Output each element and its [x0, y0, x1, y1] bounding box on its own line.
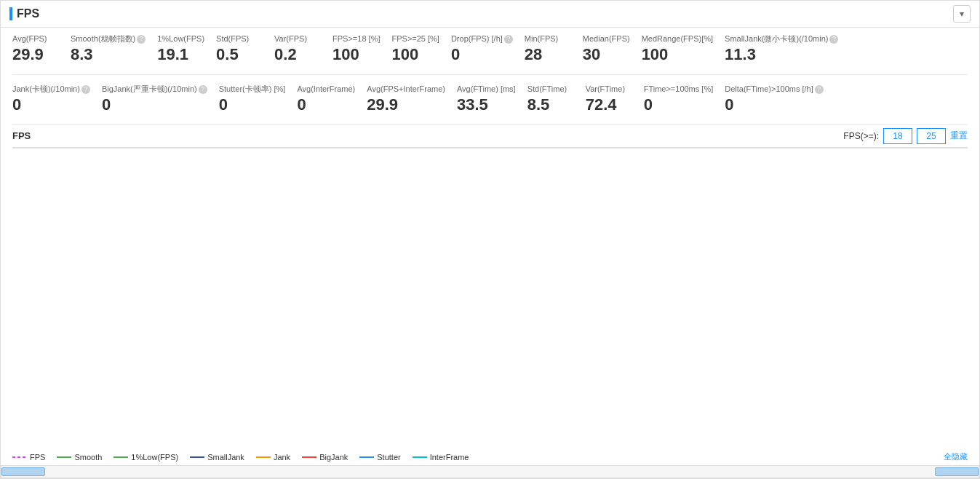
divider-1: [12, 74, 968, 75]
legend-item[interactable]: Stutter: [359, 453, 400, 462]
main-container: FPS ▾ Avg(FPS)29.9Smooth(稳帧指数)?8.31%Low(…: [0, 0, 980, 479]
stat-item: SmallJank(微小卡顿)(/10min)?11.3: [725, 33, 850, 66]
legend-line: [113, 456, 128, 458]
stat-label: Std(FTime): [527, 84, 567, 95]
stat-label: Avg(InterFrame): [297, 84, 355, 95]
stat-item: MedRange(FPS)[%]100: [642, 33, 725, 66]
stat-label: FTime>=100ms [%]: [644, 84, 714, 95]
stat-label: 1%Low(FPS): [157, 33, 204, 44]
stats-row-2: Jank(卡顿)(/10min)?0BigJank(严重卡顿)(/10min)?…: [12, 84, 968, 116]
legend-item[interactable]: 1%Low(FPS): [113, 453, 178, 462]
stat-item: Std(FPS)0.5: [216, 33, 274, 66]
legend-line: [12, 456, 27, 458]
stat-value: 0: [102, 95, 111, 116]
stats-row-1: Avg(FPS)29.9Smooth(稳帧指数)?8.31%Low(FPS)19…: [12, 33, 968, 66]
legend-item[interactable]: BigJank: [302, 453, 348, 462]
legend-item[interactable]: Smooth: [57, 453, 102, 462]
legend-label: SmallJank: [207, 453, 244, 462]
legend: FPSSmooth1%Low(FPS)SmallJankJankBigJankS…: [12, 447, 968, 465]
stat-value: 19.1: [157, 44, 188, 66]
fps-threshold-1[interactable]: [883, 128, 912, 144]
dropdown-button[interactable]: ▾: [953, 5, 971, 23]
legend-line: [256, 456, 271, 458]
stat-label: Stutter(卡顿率) [%]: [219, 84, 286, 95]
stat-item: FPS>=25 [%]100: [391, 33, 450, 66]
stat-value: 0: [451, 44, 460, 66]
help-icon[interactable]: ?: [81, 85, 90, 94]
stat-label: Median(FPS): [583, 33, 630, 44]
stat-label: Var(FPS): [274, 33, 307, 44]
legend-item[interactable]: SmallJank: [190, 453, 244, 462]
legend-label: Jank: [274, 453, 290, 462]
help-icon[interactable]: ?: [504, 35, 513, 44]
legend-item[interactable]: FPS: [12, 453, 45, 462]
scrollbar-thumb-right[interactable]: [935, 467, 979, 476]
legend-line: [413, 456, 427, 458]
stat-label: Avg(FTime) [ms]: [457, 84, 516, 95]
stat-value: 0: [725, 95, 733, 116]
scrollbar[interactable]: [1, 465, 979, 478]
stat-label: Avg(FPS): [12, 33, 47, 44]
stat-label: FPS>=25 [%]: [391, 33, 439, 44]
legend-line: [359, 456, 374, 458]
stat-value: 8.3: [71, 44, 93, 66]
stat-item: FTime>=100ms [%]0: [644, 84, 725, 116]
fps-threshold-2[interactable]: [917, 128, 946, 144]
stat-value: 33.5: [457, 95, 488, 116]
stat-value: 0: [219, 95, 228, 116]
stat-value: 100: [332, 44, 359, 66]
fps-chart-title: FPS: [12, 130, 31, 141]
help-icon[interactable]: ?: [137, 35, 146, 44]
hide-all-button[interactable]: 全隐藏: [944, 451, 968, 462]
stat-item: Var(FPS)0.2: [274, 33, 332, 66]
stat-item: BigJank(严重卡顿)(/10min)?0: [102, 84, 219, 116]
stat-item: Delta(FTime)>100ms [/h]?0: [725, 84, 835, 116]
stat-value: 0: [12, 95, 21, 116]
stat-item: Avg(FPS)29.9: [12, 33, 71, 66]
stat-item: Drop(FPS) [/h]?0: [451, 33, 525, 66]
stats-section-2: Jank(卡顿)(/10min)?0BigJank(严重卡顿)(/10min)?…: [1, 78, 979, 122]
reset-button[interactable]: 重置: [950, 130, 968, 142]
legend-label: 1%Low(FPS): [131, 453, 178, 462]
stat-label: Avg(FPS+InterFrame): [367, 84, 445, 95]
legend-item[interactable]: Jank: [256, 453, 290, 462]
stat-item: Median(FPS)30: [583, 33, 642, 66]
stat-item: Var(FTime)72.4: [586, 84, 644, 116]
stat-item: Std(FTime)8.5: [527, 84, 586, 116]
stat-value: 8.5: [527, 95, 550, 116]
legend-label: InterFrame: [430, 453, 469, 462]
legend-line: [302, 456, 316, 458]
stat-label: SmallJank(微小卡顿)(/10min)?: [725, 33, 838, 44]
stat-value: 100: [642, 44, 669, 66]
stat-value: 28: [525, 44, 542, 66]
legend-item[interactable]: InterFrame: [413, 453, 469, 462]
stat-label: BigJank(严重卡顿)(/10min)?: [102, 84, 207, 95]
stat-value: 0: [644, 95, 653, 116]
chart-wrapper: PerfDog PerfDog PerfDog label1 Jank 0 3 …: [12, 147, 968, 447]
legend-label: Smooth: [74, 453, 102, 462]
stat-item: Avg(InterFrame)0: [297, 84, 367, 116]
chart-area: PerfDog PerfDog PerfDog label1 Jank 0 3 …: [12, 147, 968, 149]
stat-value: 72.4: [586, 95, 617, 116]
scrollbar-thumb-left[interactable]: [1, 467, 45, 476]
stat-item: Smooth(稳帧指数)?8.3: [71, 33, 157, 66]
stat-item: Min(FPS)28: [525, 33, 583, 66]
stats-section-1: Avg(FPS)29.9Smooth(稳帧指数)?8.31%Low(FPS)19…: [1, 28, 979, 71]
stat-value: 0: [297, 95, 306, 116]
page-title: FPS: [9, 7, 39, 20]
stat-value: 0.5: [216, 44, 239, 66]
stat-label: Delta(FTime)>100ms [/h]?: [725, 84, 824, 95]
stat-item: FPS>=18 [%]100: [332, 33, 391, 66]
stat-item: Avg(FTime) [ms]33.5: [457, 84, 527, 116]
help-icon[interactable]: ?: [199, 85, 207, 94]
help-icon[interactable]: ?: [829, 35, 838, 44]
header: FPS ▾: [1, 1, 979, 28]
help-icon[interactable]: ?: [815, 85, 824, 94]
stat-item: Jank(卡顿)(/10min)?0: [12, 84, 102, 116]
fps-section: FPS FPS(>=): 重置 PerfDog PerfDog PerfDog …: [1, 128, 979, 465]
fps-gte-label: FPS(>=):: [843, 131, 879, 141]
stat-label: Std(FPS): [216, 33, 249, 44]
stat-label: Drop(FPS) [/h]?: [451, 33, 513, 44]
stat-label: Smooth(稳帧指数)?: [71, 33, 146, 44]
stat-value: 29.9: [367, 95, 398, 116]
